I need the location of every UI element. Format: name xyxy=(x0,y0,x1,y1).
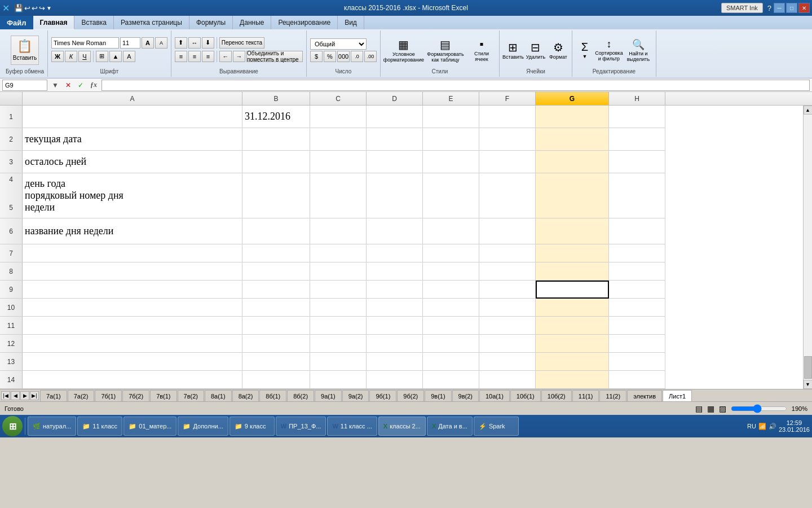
cell-h6[interactable] xyxy=(609,218,665,244)
cell-f9[interactable] xyxy=(479,281,536,299)
cell-a14[interactable] xyxy=(23,371,242,389)
zoom-slider[interactable] xyxy=(731,404,787,413)
sheet-tab-10b2[interactable]: 10б(2) xyxy=(541,390,572,401)
cell-b1[interactable]: 31.12.2016 xyxy=(242,106,310,128)
cell-reference-box[interactable] xyxy=(2,80,47,91)
cell-b10[interactable] xyxy=(242,299,310,317)
taskbar-11klass[interactable]: 📁 11 класс xyxy=(77,417,122,436)
align-right-btn[interactable]: ≡ xyxy=(202,51,214,62)
table-format-btn[interactable]: ▤ Форматировать как таблицу xyxy=(426,38,465,63)
currency-btn[interactable]: $ xyxy=(310,51,323,62)
taskbar-9klass[interactable]: 📁 9 класс xyxy=(230,417,275,436)
align-left-btn[interactable]: ≡ xyxy=(175,51,187,62)
close-button[interactable]: ✕ xyxy=(798,3,810,13)
cell-d11[interactable] xyxy=(367,317,423,335)
cell-f12[interactable] xyxy=(479,335,536,353)
cell-g11[interactable] xyxy=(536,317,609,335)
maximize-button[interactable]: □ xyxy=(786,3,797,13)
cell-h8[interactable] xyxy=(609,262,665,281)
cell-a7[interactable] xyxy=(23,244,242,262)
cell-d14[interactable] xyxy=(367,371,423,389)
cell-h9[interactable] xyxy=(609,281,665,299)
taskbar-dopolni[interactable]: 📁 Дополни... xyxy=(178,417,228,436)
cell-h11[interactable] xyxy=(609,317,665,335)
vertical-scrollbar[interactable]: ▲ ▼ xyxy=(803,106,812,389)
indent-inc-btn[interactable]: → xyxy=(233,51,245,62)
sheet-tab-7b1[interactable]: 7б(1) xyxy=(95,390,122,401)
tab-view[interactable]: Вид xyxy=(338,16,364,29)
autosum-btn[interactable]: Σ ▼ xyxy=(576,41,594,59)
sheet-tab-7v1[interactable]: 7в(1) xyxy=(150,390,176,401)
cell-styles-btn[interactable]: ▪ Стили ячеек xyxy=(467,38,496,62)
cell-e11[interactable] xyxy=(423,317,479,335)
taskbar-11klass-w[interactable]: W 11 класс ... xyxy=(327,417,377,436)
col-header-b[interactable]: B xyxy=(242,92,310,105)
cell-h2[interactable] xyxy=(609,128,665,151)
cell-e3[interactable] xyxy=(423,151,479,173)
cell-g8[interactable] xyxy=(536,262,609,281)
col-header-c[interactable]: C xyxy=(310,92,367,105)
cell-e9[interactable] xyxy=(423,281,479,299)
cell-b8[interactable] xyxy=(242,262,310,281)
cell-c13[interactable] xyxy=(310,353,367,371)
cell-a2[interactable]: текущая дата xyxy=(23,128,242,151)
row-header-7[interactable]: 7 xyxy=(0,244,23,262)
row-header-2[interactable]: 2 xyxy=(0,128,23,151)
sheet-tab-9a2[interactable]: 9а(2) xyxy=(342,390,369,401)
sort-filter-btn[interactable]: ↕ Сортировка и фильтр xyxy=(595,38,623,62)
tab-home[interactable]: Главная xyxy=(33,16,75,29)
cell-h14[interactable] xyxy=(609,371,665,389)
cell-g14[interactable] xyxy=(536,371,609,389)
col-header-d[interactable]: D xyxy=(367,92,423,105)
corner-cell[interactable] xyxy=(0,92,23,105)
qat-undo2[interactable]: ↩ xyxy=(32,4,38,12)
italic-button[interactable]: К xyxy=(65,51,77,62)
expand-formula-icon[interactable]: ▼ xyxy=(50,81,61,89)
cell-d8[interactable] xyxy=(367,262,423,281)
view-normal-btn[interactable]: ▤ xyxy=(695,404,703,413)
cell-e14[interactable] xyxy=(423,371,479,389)
sheet-tab-10b1[interactable]: 10б(1) xyxy=(510,390,541,401)
cell-f13[interactable] xyxy=(479,353,536,371)
insert-btn[interactable]: ⊞ Вставить xyxy=(503,41,523,60)
align-center-btn[interactable]: ≡ xyxy=(188,51,201,62)
cell-g3[interactable] xyxy=(536,151,609,173)
view-layout-btn[interactable]: ▦ xyxy=(707,404,714,413)
cell-c10[interactable] xyxy=(310,299,367,317)
cell-c2[interactable] xyxy=(310,128,367,151)
tab-data[interactable]: Данные xyxy=(233,16,271,29)
cond-format-btn[interactable]: ▦ Условное форматирование xyxy=(384,38,423,63)
cell-a12[interactable] xyxy=(23,335,242,353)
cell-c14[interactable] xyxy=(310,371,367,389)
cell-c9[interactable] xyxy=(310,281,367,299)
cell-f11[interactable] xyxy=(479,317,536,335)
cell-h7[interactable] xyxy=(609,244,665,262)
sheet-tab-11-1[interactable]: 11(1) xyxy=(572,390,599,401)
cell-b13[interactable] xyxy=(242,353,310,371)
fill-color-btn[interactable]: ▲ xyxy=(109,51,122,62)
cell-b14[interactable] xyxy=(242,371,310,389)
tab-review[interactable]: Рецензирование xyxy=(271,16,338,29)
sheet-tab-elektiv[interactable]: электив xyxy=(627,390,662,401)
cell-d13[interactable] xyxy=(367,353,423,371)
sheet-tab-list1[interactable]: Лист1 xyxy=(663,390,692,401)
scroll-thumb[interactable] xyxy=(804,356,812,379)
cell-f10[interactable] xyxy=(479,299,536,317)
cell-e6[interactable] xyxy=(423,218,479,244)
cell-d3[interactable] xyxy=(367,151,423,173)
qat-dropdown[interactable]: ▼ xyxy=(46,5,52,11)
qat-save[interactable]: 💾 xyxy=(14,4,23,12)
row-header-9[interactable]: 9 xyxy=(0,281,23,299)
sheet-prev-btn[interactable]: ◀ xyxy=(11,391,20,400)
cell-b3[interactable] xyxy=(242,151,310,173)
cell-d2[interactable] xyxy=(367,128,423,151)
sheet-tab-8b1[interactable]: 8б(1) xyxy=(259,390,286,401)
cell-g7[interactable] xyxy=(536,244,609,262)
middle-align-btn[interactable]: ↔ xyxy=(188,37,201,49)
cell-e8[interactable] xyxy=(423,262,479,281)
col-header-e[interactable]: E xyxy=(423,92,479,105)
cell-g1[interactable] xyxy=(536,106,609,128)
cell-c45[interactable] xyxy=(310,173,367,218)
scroll-down-btn[interactable]: ▼ xyxy=(804,380,813,389)
cell-a13[interactable] xyxy=(23,353,242,371)
